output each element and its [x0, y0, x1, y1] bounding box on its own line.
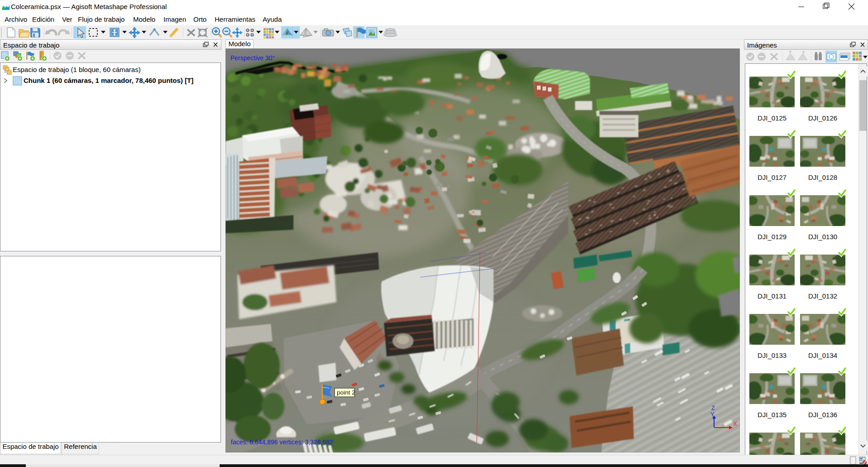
svg-text:DJI_0131: DJI_0131: [758, 292, 786, 300]
svg-text:DJI_0127: DJI_0127: [758, 173, 786, 181]
svg-text:DJI_0136: DJI_0136: [808, 411, 837, 419]
svg-text:DJI_0125: DJI_0125: [758, 114, 786, 122]
svg-text:point 2: point 2: [337, 389, 355, 396]
svg-text:DJI_0133: DJI_0133: [758, 351, 786, 359]
svg-text:Perspective 30°: Perspective 30°: [230, 54, 275, 62]
svg-text:DJI_0128: DJI_0128: [808, 173, 837, 181]
svg-text:Y: Y: [710, 411, 715, 418]
svg-text:DJI_0132: DJI_0132: [808, 292, 837, 300]
svg-text:faces: 6,644,896 vertices: 3,3: faces: 6,644,896 vertices: 3,328,682: [231, 438, 333, 446]
svg-text:DJI_0134: DJI_0134: [808, 351, 837, 359]
svg-text:DJI_0129: DJI_0129: [758, 233, 786, 241]
svg-text:DJI_0135: DJI_0135: [758, 411, 786, 419]
svg-text:X: X: [733, 420, 737, 427]
svg-text:DJI_0130: DJI_0130: [808, 233, 837, 241]
svg-text:Z: Z: [711, 404, 715, 411]
svg-text:DJI_0126: DJI_0126: [808, 114, 837, 122]
